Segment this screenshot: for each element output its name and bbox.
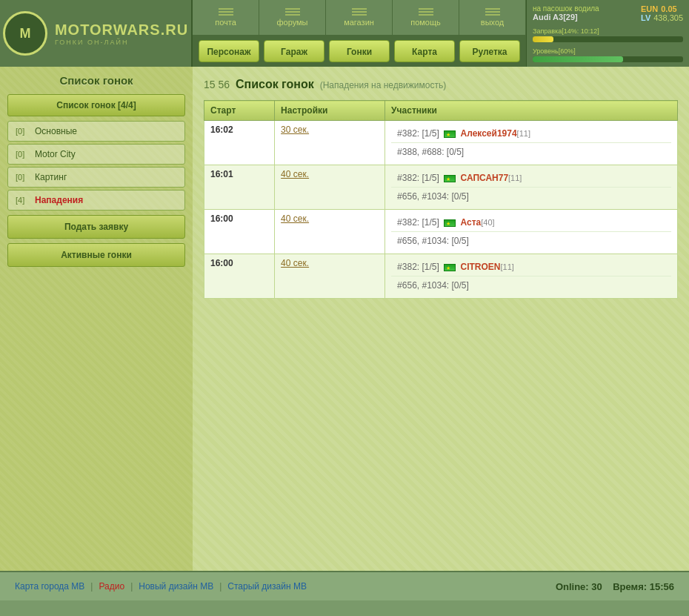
footer-sep-5: | [219, 581, 222, 592]
p1-num-3: #382: [1/5] [397, 262, 439, 272]
user-info: на пасошок водила Audi A3[29] EUN 0.05 L… [526, 0, 689, 67]
sidebar-item-1[interactable]: [0]Motor City [7, 144, 185, 165]
table-body: 16:02 30 сек. #382: [1/5] ★ Алексей1974[… [204, 121, 678, 299]
badge-3: [4] [16, 196, 30, 205]
user-label: на пасошок водила [533, 4, 599, 13]
fuel-bar-bg [533, 36, 683, 42]
flag-icon-3: ★ [444, 264, 456, 271]
nav-item-pochta[interactable]: почта [193, 0, 259, 35]
item-label-2: Картинг [35, 172, 67, 182]
badge-1: [0] [16, 150, 30, 159]
player-name-1[interactable]: САПСАН77 [461, 173, 509, 183]
participants-1: #382: [1/5] ★ САПСАН77[11] #656, #1034: … [385, 165, 678, 210]
settings-link-1[interactable]: 40 сек. [281, 169, 309, 179]
sidebar-items: [0]Основные[0]Motor City[0]Картинг[4]Нап… [7, 121, 185, 211]
sidebar-title: Список гонок [7, 74, 185, 87]
nav-btn-personazh[interactable]: Персонаж [199, 40, 259, 62]
p1-num-1: #382: [1/5] [397, 173, 439, 183]
settings-link-2[interactable]: 40 сек. [281, 213, 309, 224]
content-title: Список гонок [236, 78, 314, 90]
others-1: #656, #1034: [0/5] [397, 191, 469, 202]
participant-row-1-1: #382: [1/5] ★ САПСАН77[11] [391, 169, 671, 188]
nav-item-magazin[interactable]: магазин [326, 0, 393, 35]
lv-label: LV [641, 13, 650, 22]
p1-num-0: #382: [1/5] [397, 128, 439, 139]
others-2: #656, #1034: [0/5] [397, 236, 469, 246]
online-count: Online: 30 [556, 581, 602, 592]
footer-link-4[interactable]: Новый дизайн МВ [139, 581, 213, 592]
participants-2: #382: [1/5] ★ Аста[40] #656, #1034: [0/5… [385, 210, 678, 254]
settings-link-0[interactable]: 30 сек. [281, 125, 309, 135]
sidebar-item-2[interactable]: [0]Картинг [7, 167, 185, 188]
header: M MOTORWARS.RU ГОНКИ ОН-ЛАЙН почтафорумы… [0, 0, 689, 67]
settings-link-3[interactable]: 40 сек. [281, 258, 309, 268]
nav-item-vyhod[interactable]: выход [459, 0, 526, 35]
player-name-0[interactable]: Алексей1974 [461, 128, 517, 139]
nav-item-forumy[interactable]: форумы [259, 0, 326, 35]
nav-btn-garazh[interactable]: Гараж [264, 40, 324, 62]
sidebar-item-0[interactable]: [0]Основные [7, 121, 185, 142]
logo-tagline: ГОНКИ ОН-ЛАЙН [55, 39, 188, 46]
nav-btn-gonki[interactable]: Гонки [329, 40, 390, 62]
badge-2: [0] [16, 173, 30, 182]
content-header: 15 56 Список гонок (Нападения на недвижи… [204, 78, 678, 91]
nav-item-pomosh[interactable]: помощь [393, 0, 459, 35]
lv-value: 438,305 [653, 13, 683, 22]
main: Список гонок Список гонок [4/4] [0]Основ… [0, 67, 689, 571]
start-time-0: 16:02 [204, 121, 275, 165]
settings-1[interactable]: 40 сек. [275, 165, 385, 210]
start-time-2: 16:00 [204, 210, 275, 254]
nav-top: почтафорумымагазинпомощьвыход [193, 0, 526, 36]
badge-0: [0] [16, 127, 30, 136]
footer-link-6[interactable]: Старый дизайн МВ [227, 581, 307, 592]
sidebar-item-3[interactable]: [4]Нападения [7, 190, 185, 211]
footer-sep-3: | [130, 581, 133, 592]
content-area: 15 56 Список гонок (Нападения на недвижи… [193, 67, 689, 571]
flag-icon-1: ★ [444, 175, 456, 182]
settings-0[interactable]: 30 сек. [275, 121, 385, 165]
col-participants: Участники [385, 101, 678, 121]
player-level-0: [11] [517, 129, 530, 138]
participants-0: #382: [1/5] ★ Алексей1974[11] #388, #688… [385, 121, 678, 165]
content-subtitle: (Нападения на недвижимость) [320, 80, 447, 90]
level-label: Уровень[60%] [533, 47, 683, 55]
settings-2[interactable]: 40 сек. [275, 210, 385, 254]
p1-num-2: #382: [1/5] [397, 217, 439, 228]
settings-3[interactable]: 40 сек. [275, 254, 385, 299]
player-level-3: [11] [501, 262, 514, 271]
table-header-row: Старт Настройки Участники [204, 101, 678, 121]
table-header: Старт Настройки Участники [204, 101, 678, 121]
submit-application-button[interactable]: Подать заявку [7, 215, 185, 239]
footer-link-2[interactable]: Радио [99, 581, 124, 592]
participant-row-1-0: #382: [1/5] ★ Алексей1974[11] [391, 125, 671, 143]
col-start: Старт [204, 101, 275, 121]
nav-btn-ruletka[interactable]: Рулетка [459, 40, 520, 62]
user-label-col: на пасошок водила Audi A3[29] [533, 4, 599, 21]
col-settings: Настройки [275, 101, 385, 121]
level-bar-bg [533, 56, 683, 62]
participant-row-2-1: #656, #1034: [0/5] [391, 188, 671, 205]
footer: Карта города МВ|Радио|Новый дизайн МВ|Ст… [0, 571, 689, 600]
fuel-bar-fill [533, 36, 553, 42]
level-progress-row: Уровень[60%] [533, 47, 683, 62]
fuel-progress-row: Заправка[14%: 10:12] [533, 27, 683, 42]
start-time-1: 16:01 [204, 165, 275, 210]
online-info: Online: 30 Время: 15:56 [556, 581, 674, 592]
active-races-button[interactable]: Активные гонки [7, 243, 185, 267]
logo-symbol: M [19, 26, 30, 42]
others-3: #656, #1034: [0/5] [397, 280, 469, 291]
sidebar: Список гонок Список гонок [4/4] [0]Основ… [0, 67, 193, 571]
level-bar-fill [533, 56, 623, 62]
nav-bottom: ПерсонажГаражГонкиКартаРулетка [193, 36, 526, 67]
table-row: 16:00 40 сек. #382: [1/5] ★ Аста[40] #65… [204, 210, 678, 254]
fuel-label: Заправка[14%: 10:12] [533, 27, 683, 35]
flag-icon-2: ★ [444, 219, 456, 227]
others-0: #388, #688: [0/5] [397, 147, 464, 157]
footer-link-0[interactable]: Карта города МВ [15, 581, 84, 592]
race-list-button[interactable]: Список гонок [4/4] [7, 94, 185, 116]
player-name-2[interactable]: Аста [461, 217, 482, 228]
user-currency-col: EUN 0.05 LV 438,305 [641, 4, 683, 22]
player-name-3[interactable]: CITROEN [461, 262, 501, 272]
participants-3: #382: [1/5] ★ CITROEN[11] #656, #1034: [… [385, 254, 678, 299]
nav-btn-karta[interactable]: Карта [394, 40, 455, 62]
